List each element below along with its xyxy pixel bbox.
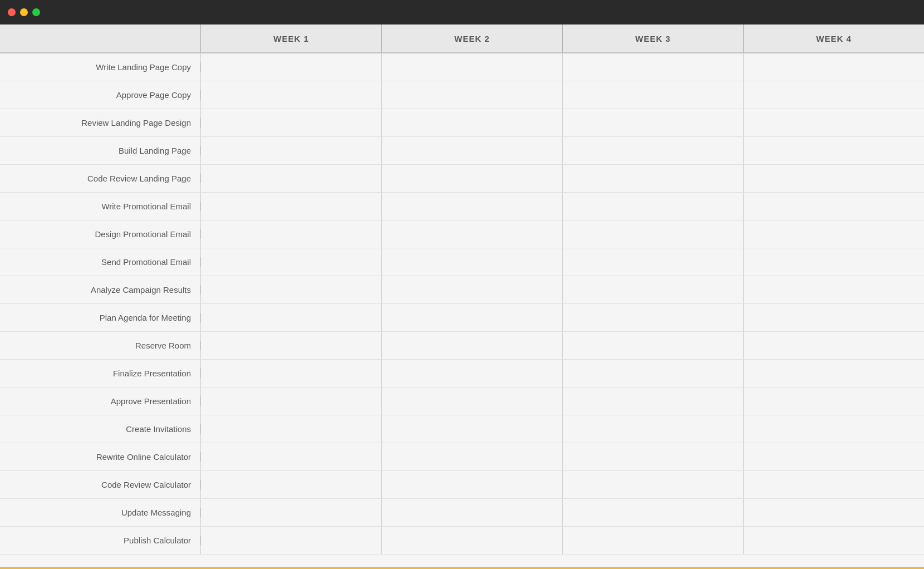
gantt-row: Publish Calculator — [0, 527, 924, 555]
weeks-header: WEEK 1 WEEK 2 WEEK 3 WEEK 4 — [200, 24, 924, 52]
task-label: Approve Presentation — [0, 396, 200, 406]
gantt-row: Reserve Room — [0, 332, 924, 360]
header-row: WEEK 1 WEEK 2 WEEK 3 WEEK 4 — [0, 24, 924, 53]
gantt-chart-area — [200, 527, 924, 554]
dot-red[interactable] — [8, 8, 16, 16]
gantt-chart-area — [200, 415, 924, 443]
gantt-chart-area — [200, 471, 924, 498]
gantt-row: Review Landing Page Design — [0, 109, 924, 137]
bottom-border — [0, 567, 924, 569]
task-label: Build Landing Page — [0, 146, 200, 155]
gantt-chart-area — [200, 499, 924, 526]
task-label: Rewrite Online Calculator — [0, 452, 200, 462]
dot-green[interactable] — [32, 8, 40, 16]
gantt-row: Finalize Presentation — [0, 360, 924, 387]
dot-yellow[interactable] — [20, 8, 28, 16]
gantt-row: Send Promotional Email — [0, 248, 924, 276]
week-4-header: WEEK 4 — [743, 24, 924, 52]
gantt-row: Plan Agenda for Meeting — [0, 304, 924, 332]
gantt-chart-area — [200, 332, 924, 359]
week-2-header: WEEK 2 — [381, 24, 562, 52]
gantt-row: Write Promotional Email — [0, 193, 924, 220]
gantt-row: Build Landing Page — [0, 137, 924, 165]
task-label: Send Promotional Email — [0, 257, 200, 267]
gantt-chart-area — [200, 443, 924, 470]
task-label: Publish Calculator — [0, 536, 200, 545]
task-label: Write Landing Page Copy — [0, 62, 200, 72]
task-label: Reserve Room — [0, 341, 200, 350]
task-label: Code Review Landing Page — [0, 174, 200, 183]
gantt-chart-area — [200, 220, 924, 248]
gantt-chart-area — [200, 109, 924, 136]
gantt-row: Code Review Calculator — [0, 471, 924, 499]
gantt-chart-area — [200, 387, 924, 415]
gantt-row: Create Invitations — [0, 415, 924, 443]
gantt-row: Rewrite Online Calculator — [0, 443, 924, 471]
gantt-chart-area — [200, 53, 924, 81]
gantt-chart-area — [200, 137, 924, 164]
titlebar — [0, 0, 924, 24]
gantt-chart-area — [200, 304, 924, 331]
task-label-header — [0, 24, 200, 52]
task-label: Update Messaging — [0, 508, 200, 517]
task-label: Analyze Campaign Results — [0, 285, 200, 295]
gantt-body: Write Landing Page CopyApprove Page Copy… — [0, 53, 924, 567]
task-label: Code Review Calculator — [0, 480, 200, 489]
task-label: Create Invitations — [0, 424, 200, 434]
task-label: Write Promotional Email — [0, 202, 200, 211]
gantt-row: Analyze Campaign Results — [0, 276, 924, 304]
gantt-row: Update Messaging — [0, 499, 924, 527]
task-label: Plan Agenda for Meeting — [0, 313, 200, 322]
gantt-row: Design Promotional Email — [0, 220, 924, 248]
week-3-header: WEEK 3 — [562, 24, 743, 52]
gantt-row: Approve Presentation — [0, 387, 924, 415]
chart-container: WEEK 1 WEEK 2 WEEK 3 WEEK 4 Write Landin… — [0, 24, 924, 569]
gantt-row: Code Review Landing Page — [0, 165, 924, 193]
gantt-chart-area — [200, 248, 924, 276]
week-1-header: WEEK 1 — [200, 24, 381, 52]
task-label: Review Landing Page Design — [0, 118, 200, 127]
task-label: Finalize Presentation — [0, 369, 200, 378]
gantt-chart-area — [200, 81, 924, 109]
gantt-row: Approve Page Copy — [0, 81, 924, 109]
task-label: Approve Page Copy — [0, 90, 200, 100]
gantt-row: Write Landing Page Copy — [0, 53, 924, 81]
gantt-chart-area — [200, 165, 924, 192]
gantt-chart-area — [200, 276, 924, 303]
gantt-chart-area — [200, 360, 924, 387]
gantt-chart-area — [200, 193, 924, 220]
task-label: Design Promotional Email — [0, 229, 200, 239]
